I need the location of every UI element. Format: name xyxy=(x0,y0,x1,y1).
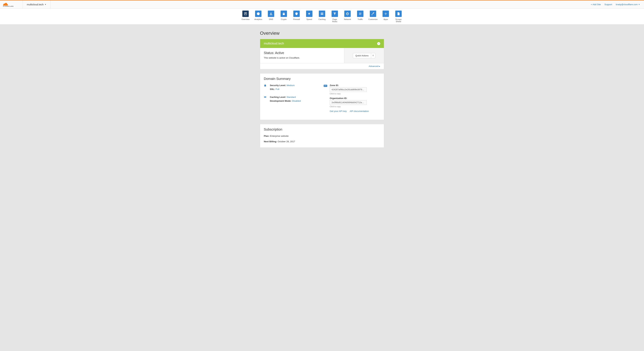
org-id-label: Organization ID: xyxy=(330,97,369,100)
status-title: Status: Active xyxy=(264,51,340,55)
quick-actions-label: Quick Actions xyxy=(353,53,371,58)
advanced-toggle[interactable]: Advanced ▸ xyxy=(369,65,380,68)
caching-icon xyxy=(319,11,325,17)
security-level-link[interactable]: Medium xyxy=(286,84,295,87)
stepper-arrows-icon: ▲▼ xyxy=(371,53,375,58)
nav-tile-label: Network xyxy=(344,18,351,21)
zone-id-hint: Click to copy xyxy=(330,93,369,95)
next-billing-label: Next Billing: xyxy=(264,140,277,143)
ssl-label: SSL: xyxy=(270,88,275,90)
nav-tile-label: Crypto xyxy=(281,18,286,21)
quick-actions-dropdown[interactable]: Quick Actions ▲▼ xyxy=(353,53,375,58)
svg-point-1 xyxy=(271,13,271,13)
get-api-key-link[interactable]: Get your API key xyxy=(330,110,347,112)
caret-down-icon: ▼ xyxy=(638,4,640,5)
nav-tile-pagerules[interactable]: PageRules xyxy=(330,11,340,23)
cloudflare-logo[interactable]: CLOUDFLARE xyxy=(0,1,23,9)
site-status-card: multicloud.tech Status: Active This webs… xyxy=(260,39,384,69)
status-description: This website is active on Cloudflare. xyxy=(264,57,340,59)
account-menu[interactable]: brady@cloudflare.com ▼ xyxy=(616,3,640,6)
crypto-icon xyxy=(280,11,287,17)
zone-id-value[interactable]: 424287af06cc2e291dd909c08795cac4 xyxy=(330,87,366,92)
api-icon: API xyxy=(324,84,327,112)
nav-tile-scrape[interactable]: ScrapeShield xyxy=(394,11,403,23)
caching-level-label: Caching Level: xyxy=(270,96,286,98)
header-bar: CLOUDFLARE multicloud.tech ▼ + Add Site … xyxy=(0,1,644,9)
nav-tile-label: DNS xyxy=(269,18,273,21)
dev-mode-link[interactable]: Disabled xyxy=(292,100,301,102)
ssl-link[interactable]: Full xyxy=(276,88,280,90)
speed-icon xyxy=(306,11,312,17)
nav-tile-label: Analytics xyxy=(254,18,262,21)
add-site-link[interactable]: + Add Site xyxy=(591,3,601,6)
lock-icon xyxy=(264,84,268,92)
traffic-icon xyxy=(357,11,364,17)
nav-tile-label: PageRules xyxy=(332,18,337,23)
status-check-icon xyxy=(377,42,380,45)
apps-icon xyxy=(382,11,389,17)
content-wrap: Overview multicloud.tech Status: Active … xyxy=(258,25,386,158)
svg-point-7 xyxy=(361,15,361,15)
caret-down-icon: ▼ xyxy=(44,4,46,5)
svg-point-5 xyxy=(361,13,362,13)
header-links: + Add Site Support brady@cloudflare.com … xyxy=(587,1,644,9)
site-picker-dropdown[interactable]: multicloud.tech ▼ xyxy=(23,1,50,9)
nav-tile-overview[interactable]: Overview xyxy=(241,11,250,23)
nav-tile-caching[interactable]: Caching xyxy=(317,11,327,23)
nav-tile-label: Caching xyxy=(318,18,326,21)
caching-icon xyxy=(264,96,268,104)
svg-point-6 xyxy=(360,14,360,14)
pagerules-icon xyxy=(332,11,338,17)
analytics-icon xyxy=(255,11,262,17)
site-picker-label: multicloud.tech xyxy=(27,3,44,6)
nav-tile-label: Speed xyxy=(306,18,312,21)
nav-tile-analytics[interactable]: Analytics xyxy=(254,11,263,23)
customize-icon xyxy=(370,11,376,17)
nav-tile-label: Customize xyxy=(368,18,378,21)
support-link[interactable]: Support xyxy=(604,3,612,6)
org-id-hint: Click to copy xyxy=(330,106,369,108)
domain-summary-card: Domain Summary Security Level: Medium SS… xyxy=(260,73,384,120)
network-icon xyxy=(344,11,351,17)
subscription-card: Subscription Plan: Enterprise website Ne… xyxy=(260,124,384,148)
cloudflare-logo-icon: CLOUDFLARE xyxy=(3,2,20,7)
page-title: Overview xyxy=(260,31,384,36)
plan-label: Plan: xyxy=(264,135,269,137)
zone-id-label: Zone ID: xyxy=(330,84,369,87)
security-level-label: Security Level: xyxy=(270,84,286,87)
caching-level-link[interactable]: Standard xyxy=(286,96,296,98)
svg-rect-3 xyxy=(272,15,272,15)
nav-tile-label: Apps xyxy=(384,18,388,21)
svg-rect-2 xyxy=(270,15,270,15)
scrape-icon xyxy=(395,11,402,17)
nav-tile-speed[interactable]: Speed xyxy=(304,11,314,23)
nav-tile-customize[interactable]: Customize xyxy=(368,11,378,23)
overview-icon xyxy=(242,11,249,17)
nav-tile-row: OverviewAnalyticsDNSCryptoFirewallSpeedC… xyxy=(0,9,644,25)
domain-summary-title: Domain Summary xyxy=(264,77,380,81)
svg-text:CLOUDFLARE: CLOUDFLARE xyxy=(3,6,14,7)
nav-tile-apps[interactable]: Apps xyxy=(381,11,390,23)
dns-icon xyxy=(268,11,274,17)
org-id-value[interactable]: 2e3f96d911404b56f4bb542712aa62dd xyxy=(330,100,366,105)
next-billing-value: October 28, 2017 xyxy=(278,140,295,143)
nav-tile-firewall[interactable]: Firewall xyxy=(292,11,301,23)
nav-tile-crypto[interactable]: Crypto xyxy=(279,11,289,23)
subscription-title: Subscription xyxy=(264,128,380,131)
nav-tile-label: Firewall xyxy=(293,18,300,21)
nav-tile-traffic[interactable]: Traffic xyxy=(355,11,365,23)
site-domain-bar: multicloud.tech xyxy=(260,39,384,48)
nav-tile-dns[interactable]: DNS xyxy=(266,11,276,23)
firewall-icon xyxy=(293,11,300,17)
plan-value: Enterprise website xyxy=(270,135,289,137)
account-email: brady@cloudflare.com xyxy=(616,3,638,6)
caret-right-icon: ▸ xyxy=(379,65,380,68)
nav-tile-network[interactable]: Network xyxy=(343,11,352,23)
nav-tile-label: Overview xyxy=(242,18,250,21)
nav-tile-label: ScrapeShield xyxy=(396,18,402,23)
api-docs-link[interactable]: API documentation xyxy=(350,110,369,112)
nav-tile-label: Traffic xyxy=(358,18,363,21)
site-domain-label: multicloud.tech xyxy=(264,42,284,45)
dev-mode-label: Development Mode: xyxy=(270,100,291,102)
